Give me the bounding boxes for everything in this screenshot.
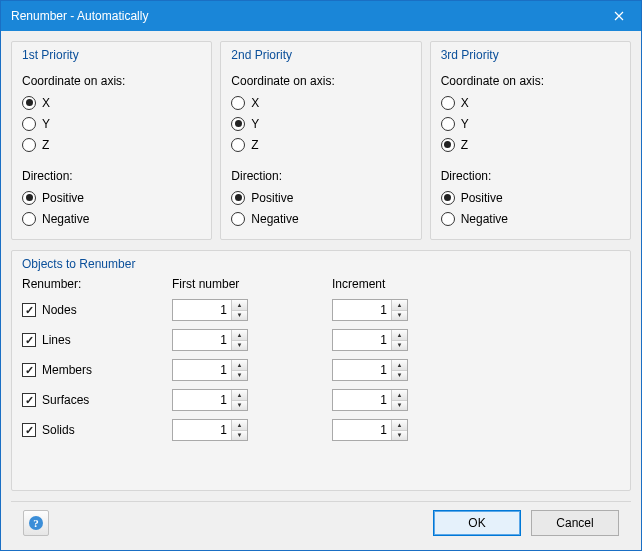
axis-y-label: Y — [461, 117, 469, 131]
spin-up-icon[interactable]: ▲ — [392, 300, 407, 311]
spin-up-icon[interactable]: ▲ — [392, 330, 407, 341]
spin-down-icon[interactable]: ▼ — [392, 341, 407, 351]
help-icon: ? — [28, 515, 44, 531]
increment-input[interactable] — [333, 390, 391, 410]
increment-surfaces[interactable]: ▲ ▼ — [332, 389, 408, 411]
spin-up-icon[interactable]: ▲ — [232, 390, 247, 401]
first-number-input[interactable] — [173, 360, 231, 380]
row-label: Nodes — [42, 303, 77, 317]
axis-z-label: Z — [42, 138, 49, 152]
spin-down-icon[interactable]: ▼ — [392, 371, 407, 381]
first-number-input[interactable] — [173, 300, 231, 320]
dialog-content: 1st Priority Coordinate on axis: X Y Z D… — [1, 31, 641, 550]
spin-up-icon[interactable]: ▲ — [392, 390, 407, 401]
dir-negative-label: Negative — [251, 212, 298, 226]
axis-z-label: Z — [251, 138, 258, 152]
increment-input[interactable] — [333, 420, 391, 440]
first-number-nodes[interactable]: ▲ ▼ — [172, 299, 248, 321]
ok-button[interactable]: OK — [433, 510, 521, 536]
first-number-solids[interactable]: ▲ ▼ — [172, 419, 248, 441]
radio-icon — [22, 117, 36, 131]
spin-down-icon[interactable]: ▼ — [232, 401, 247, 411]
first-number-lines[interactable]: ▲ ▼ — [172, 329, 248, 351]
close-icon — [614, 11, 624, 21]
svg-text:?: ? — [33, 517, 39, 529]
increment-solids[interactable]: ▲ ▼ — [332, 419, 408, 441]
titlebar: Renumber - Automatically — [1, 1, 641, 31]
check-lines[interactable]: Lines — [22, 330, 172, 351]
priority-1-dir-negative[interactable]: Negative — [22, 208, 201, 229]
spin-up-icon[interactable]: ▲ — [232, 300, 247, 311]
spin-buttons: ▲ ▼ — [391, 420, 407, 440]
increment-nodes[interactable]: ▲ ▼ — [332, 299, 408, 321]
increment-members[interactable]: ▲ ▼ — [332, 359, 408, 381]
increment-input[interactable] — [333, 360, 391, 380]
priority-2-axis-x[interactable]: X — [231, 92, 410, 113]
radio-icon — [22, 191, 36, 205]
priority-1-coord-label: Coordinate on axis: — [22, 74, 201, 88]
spin-buttons: ▲ ▼ — [231, 330, 247, 350]
priority-1-axis-y[interactable]: Y — [22, 113, 201, 134]
first-number-members[interactable]: ▲ ▼ — [172, 359, 248, 381]
spin-up-icon[interactable]: ▲ — [392, 420, 407, 431]
objects-title: Objects to Renumber — [22, 257, 620, 277]
priority-3-dir-negative[interactable]: Negative — [441, 208, 620, 229]
checkbox-icon — [22, 303, 36, 317]
cancel-button[interactable]: Cancel — [531, 510, 619, 536]
radio-icon — [231, 138, 245, 152]
check-solids[interactable]: Solids — [22, 420, 172, 441]
first-number-surfaces[interactable]: ▲ ▼ — [172, 389, 248, 411]
priority-2-dir-positive[interactable]: Positive — [231, 187, 410, 208]
priority-3-axis-z[interactable]: Z — [441, 134, 620, 155]
priorities-row: 1st Priority Coordinate on axis: X Y Z D… — [11, 41, 631, 240]
check-nodes[interactable]: Nodes — [22, 300, 172, 321]
first-number-input[interactable] — [173, 420, 231, 440]
first-number-input[interactable] — [173, 390, 231, 410]
priority-2-dir-negative[interactable]: Negative — [231, 208, 410, 229]
spin-buttons: ▲ ▼ — [231, 420, 247, 440]
check-surfaces[interactable]: Surfaces — [22, 390, 172, 411]
priority-2-axis-y[interactable]: Y — [231, 113, 410, 134]
spin-up-icon[interactable]: ▲ — [232, 420, 247, 431]
priority-2-axis-z[interactable]: Z — [231, 134, 410, 155]
objects-grid: Renumber: First number Increment Nodes ▲… — [22, 277, 620, 441]
radio-icon — [231, 191, 245, 205]
row-label: Solids — [42, 423, 75, 437]
priority-2-title: 2nd Priority — [231, 48, 410, 68]
increment-input[interactable] — [333, 300, 391, 320]
increment-input[interactable] — [333, 330, 391, 350]
increment-lines[interactable]: ▲ ▼ — [332, 329, 408, 351]
spin-down-icon[interactable]: ▼ — [392, 431, 407, 441]
priority-3-dir-positive[interactable]: Positive — [441, 187, 620, 208]
spin-down-icon[interactable]: ▼ — [232, 371, 247, 381]
spin-up-icon[interactable]: ▲ — [392, 360, 407, 371]
spin-down-icon[interactable]: ▼ — [392, 401, 407, 411]
priority-1-dir-positive[interactable]: Positive — [22, 187, 201, 208]
radio-icon — [22, 212, 36, 226]
axis-y-label: Y — [251, 117, 259, 131]
window-title: Renumber - Automatically — [11, 9, 596, 23]
priority-1-axis-x[interactable]: X — [22, 92, 201, 113]
priority-3-group: 3rd Priority Coordinate on axis: X Y Z D… — [430, 41, 631, 240]
priority-3-axis-y[interactable]: Y — [441, 113, 620, 134]
close-button[interactable] — [596, 1, 641, 31]
dir-positive-label: Positive — [251, 191, 293, 205]
help-button[interactable]: ? — [23, 510, 49, 536]
check-members[interactable]: Members — [22, 360, 172, 381]
spin-down-icon[interactable]: ▼ — [232, 311, 247, 321]
priority-3-axis-x[interactable]: X — [441, 92, 620, 113]
spin-down-icon[interactable]: ▼ — [392, 311, 407, 321]
row-label: Surfaces — [42, 393, 89, 407]
priority-1-title: 1st Priority — [22, 48, 201, 68]
spin-up-icon[interactable]: ▲ — [232, 360, 247, 371]
priority-1-axis-z[interactable]: Z — [22, 134, 201, 155]
spin-buttons: ▲ ▼ — [391, 330, 407, 350]
spin-up-icon[interactable]: ▲ — [232, 330, 247, 341]
spin-down-icon[interactable]: ▼ — [232, 431, 247, 441]
spin-down-icon[interactable]: ▼ — [232, 341, 247, 351]
radio-icon — [231, 96, 245, 110]
first-number-input[interactable] — [173, 330, 231, 350]
axis-z-label: Z — [461, 138, 468, 152]
spin-buttons: ▲ ▼ — [391, 390, 407, 410]
radio-icon — [231, 212, 245, 226]
